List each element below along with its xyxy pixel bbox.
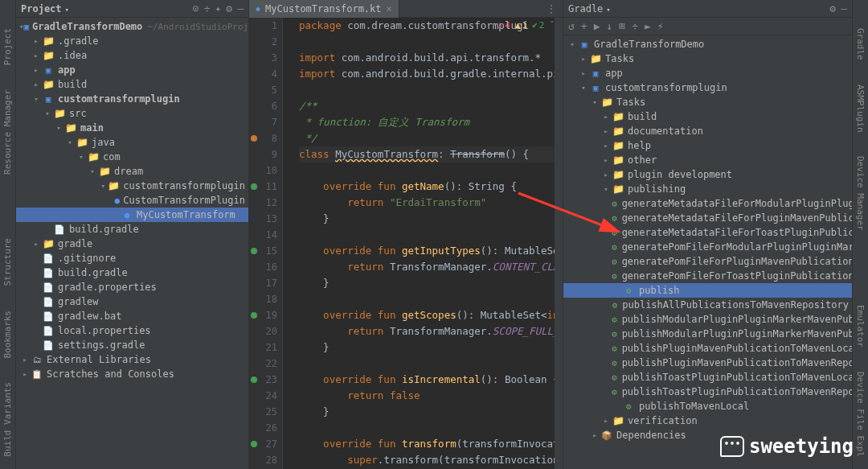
code-line[interactable] [299, 291, 555, 307]
code-line[interactable]: override fun getName(): String { [299, 179, 555, 195]
gutter-mark-icon[interactable] [251, 312, 257, 319]
code-line[interactable]: override fun getScopes(): MutableSet<in … [299, 307, 555, 323]
tree-node-help[interactable]: help [563, 138, 852, 153]
tree-node-generatepomfilefortoastpluginpublication[interactable]: generatePomFileForToastPluginPublication [563, 269, 852, 283]
chevron-icon[interactable] [567, 40, 578, 48]
tree-node-other[interactable]: other [563, 153, 852, 167]
gutter-line[interactable]: 25 [249, 404, 277, 420]
tree-node-documentation[interactable]: documentation [563, 124, 852, 138]
tree-node-app[interactable]: app [563, 66, 852, 80]
gutter-line[interactable]: 3 [249, 50, 277, 66]
gutter-mark-icon[interactable] [251, 441, 257, 447]
chevron-icon[interactable] [53, 124, 64, 132]
tree-node-plugin-development[interactable]: plugin development [563, 167, 852, 182]
tree-node-publishpluginmavenpublicationtomavenlocal[interactable]: publishPluginMavenPublicationToMavenLoca… [563, 341, 852, 356]
editor-scrollbar[interactable] [555, 18, 563, 469]
tree-node-java[interactable]: java [16, 135, 248, 150]
chevron-icon[interactable] [600, 127, 612, 135]
gutter-mark-icon[interactable] [251, 135, 257, 142]
error-badge[interactable]: ⚠4 [498, 20, 510, 31]
code-line[interactable]: override fun transform(transformInvocati… [299, 436, 555, 452]
toolbar-icon[interactable]: ⚙ [829, 2, 836, 14]
code-line[interactable] [299, 163, 555, 179]
gradle-toolbar-icon[interactable]: ↺ [568, 20, 575, 32]
tree-node-gradletransformdemo[interactable]: GradleTransformDemo [563, 37, 852, 51]
weak-warning-badge[interactable]: ✔2 [532, 20, 544, 31]
tree-node-com[interactable]: com [16, 150, 248, 164]
editor-tab[interactable]: ◆ MyCustomTransform.kt × [249, 0, 399, 18]
tab-resource-manager[interactable]: Resource Manager [1, 85, 14, 179]
tree-node-build-gradle[interactable]: build.gradle [16, 265, 248, 280]
tree-node-verification[interactable]: verification [563, 413, 852, 428]
tab-emulator[interactable]: Emulator [854, 301, 867, 352]
chevron-icon[interactable] [31, 80, 42, 88]
chevron-icon[interactable] [600, 113, 612, 121]
gutter-mark-icon[interactable] [251, 376, 257, 383]
project-tree[interactable]: GradleTransformDemo~/AndroidStudioProjec… [16, 18, 248, 469]
tree-node-customtransformplugin[interactable]: customtransformplugin [16, 92, 248, 106]
gradle-toolbar-icon[interactable]: ► [645, 20, 651, 32]
chevron-icon[interactable] [600, 171, 612, 179]
tree-node--gitignore[interactable]: .gitignore [16, 251, 248, 265]
tree-node-gradle[interactable]: gradle [16, 237, 248, 251]
tree-node-build-gradle[interactable]: build.gradle [16, 222, 248, 237]
inspection-chevron-icon[interactable]: ˇ [549, 20, 555, 31]
chevron-icon[interactable] [31, 37, 42, 45]
gradle-toolbar-icon[interactable]: ↓ [606, 20, 612, 32]
gutter-line[interactable]: 15 [249, 243, 277, 259]
tree-node-publish[interactable]: publish [563, 283, 852, 298]
toolbar-icon[interactable]: — [237, 2, 244, 14]
gutter-line[interactable]: 18 [249, 291, 277, 307]
tree-node-customtransformplugin[interactable]: CustomTransformPlugin [16, 193, 248, 208]
chevron-icon[interactable] [600, 142, 612, 150]
gutter-line[interactable]: 24 [249, 388, 277, 404]
chevron-icon[interactable] [19, 370, 31, 378]
chevron-icon[interactable] [31, 66, 42, 74]
tree-node-local-properties[interactable]: local.properties [16, 323, 248, 338]
chevron-icon[interactable] [98, 182, 108, 190]
gradle-toolbar-icon[interactable]: ⚡ [657, 20, 664, 32]
code-line[interactable]: } [299, 339, 555, 356]
tree-node-publishallpublicationstomavenrepository[interactable]: publishAllPublicationsToMavenRepository [563, 298, 852, 312]
chevron-icon[interactable] [578, 84, 589, 92]
gutter-line[interactable]: 13 [249, 211, 277, 227]
tree-node-gradletransformdemo[interactable]: GradleTransformDemo~/AndroidStudioProjec… [16, 19, 248, 34]
chevron-icon[interactable] [31, 51, 42, 60]
tree-node-publishtoastpluginpublicationtomavenrepository[interactable]: publishToastPluginPublicationToMavenRepo… [563, 385, 852, 399]
chevron-icon[interactable] [42, 109, 53, 117]
tree-node-tasks[interactable]: Tasks [563, 51, 852, 66]
chevron-icon[interactable] [600, 185, 612, 193]
code-line[interactable] [299, 82, 555, 98]
gutter-line[interactable]: 1 [249, 18, 277, 34]
gutter-line[interactable]: 5 [249, 82, 277, 98]
tree-node-src[interactable]: src [16, 106, 248, 121]
code-line[interactable]: return TransformManager.CONTENT_CLASS [299, 259, 555, 275]
toolbar-icon[interactable]: ✦ [215, 2, 222, 14]
gutter-line[interactable]: 16 [249, 259, 277, 275]
gutter-line[interactable]: 12 [249, 195, 277, 211]
project-panel-title[interactable]: Project [21, 3, 69, 14]
gutter-line[interactable]: 4 [249, 66, 277, 82]
tree-node-generatemetadatafileforpluginmavenpublication[interactable]: generateMetadataFileForPluginMavenPublic… [563, 211, 852, 225]
code-line[interactable]: } [299, 211, 555, 227]
chevron-icon[interactable] [578, 69, 589, 77]
tree-node-tasks[interactable]: Tasks [563, 95, 852, 109]
code-line[interactable]: class MyCustomTransform: Transform() { [299, 146, 555, 163]
tree-node-scratches-and-consoles[interactable]: Scratches and Consoles [16, 367, 248, 381]
gutter-mark-icon[interactable] [251, 248, 257, 254]
gutter-line[interactable]: 21 [249, 339, 277, 356]
tab-structure[interactable]: Structure [1, 234, 14, 290]
tree-node-generatepomfileforpluginmavenpublication[interactable]: generatePomFileForPluginMavenPublication [563, 254, 852, 269]
tab-device-manager[interactable]: Device Manager [854, 152, 867, 235]
code-line[interactable]: import com.android.build.gradle.internal… [299, 66, 555, 82]
tree-node-publishmodularpluginpluginmarkermavenpublicationtomaver[interactable]: publishModularPluginPluginMarkerMavenPub… [563, 312, 852, 327]
gutter-line[interactable]: 26 [249, 420, 277, 436]
code-line[interactable]: return false [299, 388, 555, 404]
tree-node-external-libraries[interactable]: External Libraries [16, 352, 248, 367]
tree-node--gradle[interactable]: .gradle [16, 34, 248, 48]
chevron-icon[interactable] [64, 138, 76, 146]
gutter-line[interactable]: 20 [249, 323, 277, 339]
tree-node-settings-gradle[interactable]: settings.gradle [16, 338, 248, 352]
gradle-toolbar-icon[interactable]: ▶ [594, 20, 600, 32]
tree-node-customtransformplugin[interactable]: customtransformplugin [16, 179, 248, 193]
